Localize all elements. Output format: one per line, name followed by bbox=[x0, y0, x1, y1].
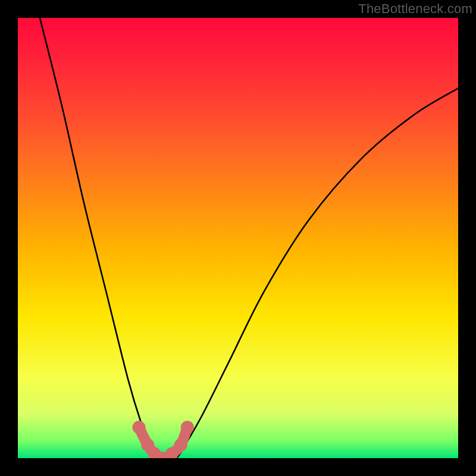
highlight-point bbox=[174, 439, 187, 452]
chart-frame: TheBottleneck.com bbox=[0, 0, 476, 476]
highlight-point bbox=[133, 421, 146, 434]
watermark-text: TheBottleneck.com bbox=[358, 1, 472, 17]
bottleneck-curve bbox=[40, 18, 458, 458]
plot-area bbox=[18, 18, 458, 458]
highlight-bottom bbox=[133, 421, 194, 458]
curve-overlay bbox=[18, 18, 458, 458]
highlight-point bbox=[181, 421, 194, 434]
